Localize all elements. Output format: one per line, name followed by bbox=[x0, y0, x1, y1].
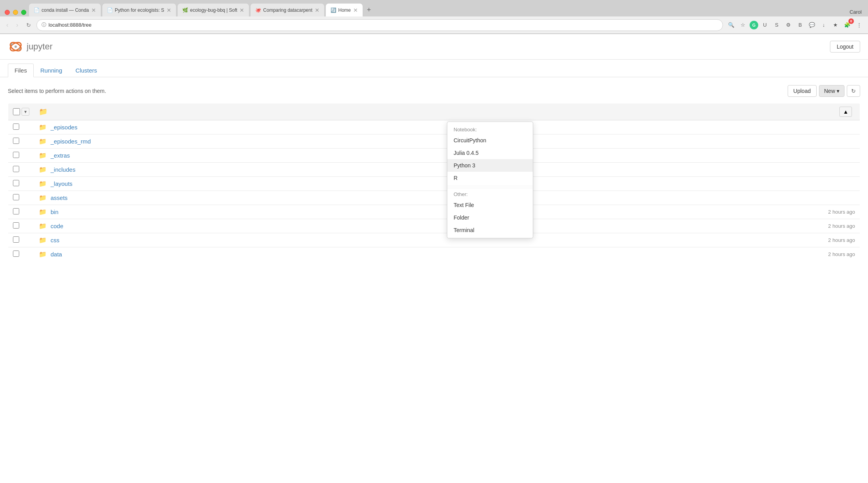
file-checkbox-9[interactable] bbox=[13, 251, 19, 257]
file-checkbox-7[interactable] bbox=[13, 222, 19, 229]
sort-up-button[interactable]: ▲ bbox=[839, 107, 852, 117]
extension-button-2[interactable]: B bbox=[795, 20, 805, 30]
minimize-window-button[interactable] bbox=[13, 10, 18, 15]
file-name-link-8[interactable]: css bbox=[51, 237, 60, 243]
tab-close-4[interactable]: ✕ bbox=[315, 7, 320, 13]
svg-point-3 bbox=[11, 44, 13, 45]
address-bar[interactable]: ⓘ localhost:8888/tree bbox=[36, 19, 723, 31]
dropdown-item-julia[interactable]: Julia 0.4.5 bbox=[447, 147, 533, 159]
file-checkbox-2[interactable] bbox=[13, 152, 19, 158]
jupyter-app: jupyter Logout Files Running Clusters Se… bbox=[0, 34, 868, 483]
settings-button[interactable]: ⚙ bbox=[783, 20, 794, 30]
bookmark-button[interactable]: ☆ bbox=[738, 20, 748, 30]
new-dropdown-menu: Notebook: CircuitPython Julia 0.4.5 Pyth… bbox=[447, 122, 533, 238]
tab-title-5: Home bbox=[338, 7, 351, 13]
dropdown-item-python3[interactable]: Python 3 bbox=[447, 159, 533, 172]
tab-favicon-3: 🌿 bbox=[182, 7, 188, 13]
row-checkbox-cell-8 bbox=[8, 233, 35, 247]
file-folder-icon-9: 📁 bbox=[39, 251, 47, 258]
jupyter-logo: jupyter bbox=[8, 39, 53, 54]
file-checkbox-0[interactable] bbox=[13, 123, 19, 130]
maximize-window-button[interactable] bbox=[21, 10, 26, 15]
browser-tab-5[interactable]: 🔄 Home ✕ bbox=[325, 3, 363, 16]
address-text: localhost:8888/tree bbox=[49, 22, 92, 28]
download-button[interactable]: ↓ bbox=[819, 20, 829, 30]
file-checkbox-3[interactable] bbox=[13, 166, 19, 172]
tab-close-3[interactable]: ✕ bbox=[240, 7, 244, 13]
dropdown-item-textfile[interactable]: Text File bbox=[447, 199, 533, 211]
header-name-cell: 📁 bbox=[34, 104, 552, 120]
file-name-link-6[interactable]: bin bbox=[51, 209, 58, 215]
row-checkbox-cell-1 bbox=[8, 134, 35, 149]
dropdown-divider bbox=[447, 186, 533, 186]
dropdown-item-r[interactable]: R bbox=[447, 172, 533, 184]
logout-button[interactable]: Logout bbox=[830, 41, 860, 53]
file-checkbox-8[interactable] bbox=[13, 236, 19, 243]
file-name-link-4[interactable]: _layouts bbox=[51, 180, 73, 187]
refresh-button[interactable]: ↻ bbox=[847, 85, 860, 97]
grammarly-button[interactable]: G bbox=[750, 21, 758, 29]
file-time-7: 2 hours ago bbox=[552, 219, 860, 233]
tab-favicon-4: 🐙 bbox=[255, 7, 261, 13]
table-row: 📁 _includes bbox=[8, 163, 860, 177]
file-name-link-5[interactable]: assets bbox=[51, 194, 67, 201]
extension-button-3[interactable]: 💬 bbox=[807, 20, 817, 30]
file-time-1 bbox=[552, 134, 860, 149]
browser-tab-4[interactable]: 🐙 Comparing datacarpent ✕ bbox=[250, 3, 324, 16]
folder-icon-button[interactable]: 📁 bbox=[39, 107, 47, 116]
tab-running[interactable]: Running bbox=[34, 64, 69, 77]
file-checkbox-4[interactable] bbox=[13, 180, 19, 186]
tab-title-4: Comparing datacarpent bbox=[263, 7, 312, 13]
header-checkbox-cell: ▾ bbox=[8, 104, 35, 120]
row-checkbox-cell-5 bbox=[8, 191, 35, 205]
tab-files[interactable]: Files bbox=[8, 64, 34, 77]
search-button[interactable]: 🔍 bbox=[726, 20, 736, 30]
dropdown-item-circuitpython[interactable]: CircuitPython bbox=[447, 134, 533, 147]
new-tab-button[interactable]: + bbox=[364, 3, 374, 16]
file-name-link-0[interactable]: _episodes bbox=[51, 124, 77, 131]
select-all-checkbox[interactable] bbox=[13, 108, 20, 115]
file-toolbar: Select items to perform actions on them.… bbox=[8, 85, 860, 97]
file-time-9: 2 hours ago bbox=[552, 247, 860, 261]
file-time-6: 2 hours ago bbox=[552, 205, 860, 219]
tab-close-2[interactable]: ✕ bbox=[167, 7, 171, 13]
close-window-button[interactable] bbox=[5, 10, 10, 15]
ublock-button[interactable]: U bbox=[760, 20, 770, 30]
forward-button[interactable]: › bbox=[14, 20, 20, 30]
notifications-button[interactable]: 🧩 bbox=[842, 20, 852, 30]
extension-button-1[interactable]: S bbox=[772, 20, 782, 30]
bookmark-star-button[interactable]: ★ bbox=[830, 20, 841, 30]
back-button[interactable]: ‹ bbox=[4, 20, 11, 30]
dropdown-item-folder[interactable]: Folder bbox=[447, 211, 533, 224]
tab-clusters[interactable]: Clusters bbox=[69, 64, 104, 77]
svg-point-4 bbox=[19, 48, 21, 50]
other-section-label: Other: bbox=[447, 188, 533, 199]
dropdown-item-terminal[interactable]: Terminal bbox=[447, 224, 533, 236]
tab-close-5[interactable]: ✕ bbox=[353, 7, 358, 13]
file-name-link-9[interactable]: data bbox=[51, 251, 62, 258]
row-checkbox-cell-2 bbox=[8, 149, 35, 163]
tab-close-1[interactable]: ✕ bbox=[91, 7, 96, 13]
file-name-link-2[interactable]: _extras bbox=[51, 152, 70, 159]
file-checkbox-5[interactable] bbox=[13, 194, 19, 200]
browser-tab-3[interactable]: 🌿 ecology-bug-bbq | Soft ✕ bbox=[177, 3, 250, 16]
browser-tab-1[interactable]: 📄 conda install — Conda ✕ bbox=[29, 3, 101, 16]
browser-user: Carol bbox=[846, 7, 865, 16]
new-button[interactable]: New ▾ bbox=[819, 85, 844, 97]
tab-favicon-2: 📄 bbox=[107, 7, 113, 13]
file-checkbox-6[interactable] bbox=[13, 208, 19, 214]
file-folder-icon-6: 📁 bbox=[39, 208, 47, 216]
reload-button[interactable]: ↻ bbox=[24, 20, 33, 30]
file-name-link-3[interactable]: _includes bbox=[51, 166, 75, 173]
file-name-link-1[interactable]: _episodes_rmd bbox=[51, 138, 91, 145]
sort-dropdown-button[interactable]: ▾ bbox=[22, 108, 29, 116]
browser-tab-2[interactable]: 📄 Python for ecologists: S ✕ bbox=[102, 3, 176, 16]
file-time-0 bbox=[552, 120, 860, 134]
table-row: 📁 _episodes_rmd bbox=[8, 134, 860, 149]
upload-button[interactable]: Upload bbox=[788, 85, 817, 97]
table-row: 📁 bin 2 hours ago bbox=[8, 205, 860, 219]
file-checkbox-1[interactable] bbox=[13, 138, 19, 144]
file-name-link-7[interactable]: code bbox=[51, 223, 64, 229]
more-button[interactable]: ⋮ bbox=[854, 20, 864, 30]
row-checkbox-cell-7 bbox=[8, 219, 35, 233]
